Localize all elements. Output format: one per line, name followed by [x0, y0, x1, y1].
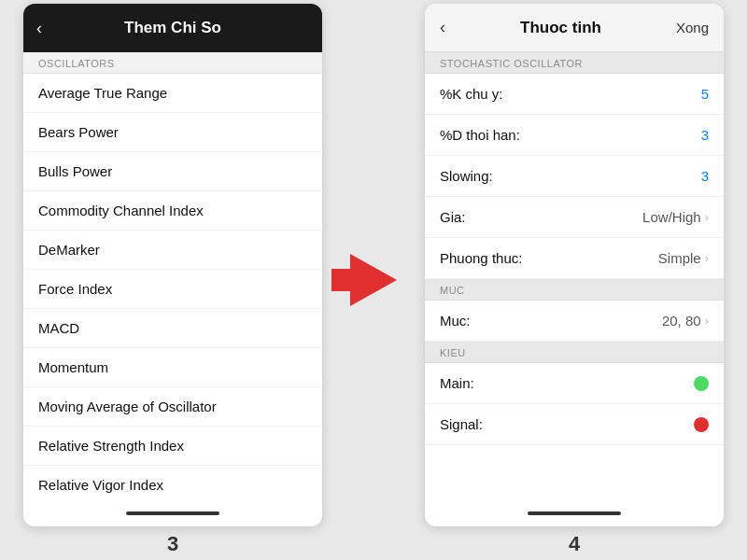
d-period-row[interactable]: %D thoi han: 3 [425, 115, 724, 156]
chevron-icon: › [705, 210, 709, 224]
slowing-label: Slowing: [440, 168, 493, 184]
list-item[interactable]: Moving Average of Oscillator [23, 387, 322, 427]
left-panel: ‹ Them Chi So OSCILLATORS Average True R… [23, 4, 322, 526]
list-item[interactable]: DeMarker [23, 231, 322, 270]
left-header: ‹ Them Chi So [23, 4, 322, 52]
chevron-icon: › [705, 314, 709, 328]
left-footer [23, 504, 322, 526]
phuong-thuc-row[interactable]: Phuong thuc: Simple › [425, 238, 724, 279]
chevron-icon: › [705, 251, 709, 265]
signal-row[interactable]: Signal: [425, 404, 724, 445]
k-period-label: %K chu y: [440, 86, 503, 102]
page-number-4: 4 [569, 532, 580, 556]
slowing-value: 3 [701, 168, 709, 184]
gia-row[interactable]: Gia: Low/High › [425, 197, 724, 238]
d-period-value: 3 [701, 127, 709, 143]
list-item[interactable]: MACD [23, 309, 322, 348]
main-label: Main: [440, 375, 474, 391]
oscillators-label: OSCILLATORS [23, 52, 322, 74]
right-back-button[interactable]: ‹ [440, 18, 445, 37]
left-panel-title: Them Chi So [124, 19, 221, 37]
list-item[interactable]: Momentum [23, 348, 322, 387]
slowing-row[interactable]: Slowing: 3 [425, 156, 724, 197]
list-item[interactable]: Bears Power [23, 113, 322, 152]
phuong-thuc-value: Simple › [658, 250, 709, 266]
main-color-dot [694, 376, 709, 391]
muc-row[interactable]: Muc: 20, 80 › [425, 301, 724, 342]
right-header: ‹ Thuoc tinh Xong [425, 4, 724, 52]
list-item[interactable]: Force Index [23, 270, 322, 309]
right-footer [425, 504, 724, 526]
home-bar [126, 511, 219, 515]
list-item[interactable]: Relative Strength Index [23, 427, 322, 466]
right-arrow-icon [350, 254, 397, 306]
list-item[interactable]: Commodity Channel Index [23, 191, 322, 231]
phuong-thuc-label: Phuong thuc: [440, 250, 522, 266]
right-panel-title: Thuoc tinh [520, 19, 601, 37]
signal-label: Signal: [440, 416, 483, 432]
page-number-3: 3 [167, 532, 178, 556]
muc-row-value: 20, 80 › [662, 313, 709, 329]
signal-color-dot [694, 417, 709, 432]
kieu-label: KIEU [425, 342, 724, 363]
left-list-area: OSCILLATORS Average True Range Bears Pow… [23, 52, 322, 504]
gia-label: Gia: [440, 209, 466, 225]
stochastic-label: STOCHASTIC OSCILLATOR [425, 52, 724, 74]
arrow-container [350, 254, 397, 306]
left-back-button[interactable]: ‹ [36, 19, 42, 38]
k-period-value: 5 [701, 86, 709, 102]
done-button[interactable]: Xong [676, 20, 709, 35]
gia-value: Low/High › [642, 209, 709, 225]
list-item[interactable]: Relative Vigor Index [23, 466, 322, 504]
d-period-label: %D thoi han: [440, 127, 520, 143]
k-period-row[interactable]: %K chu y: 5 [425, 74, 724, 115]
muc-row-label: Muc: [440, 313, 471, 329]
muc-label: MUC [425, 279, 724, 301]
list-item[interactable]: Bulls Power [23, 152, 322, 191]
main-row[interactable]: Main: [425, 363, 724, 404]
right-panel: ‹ Thuoc tinh Xong STOCHASTIC OSCILLATOR … [425, 4, 724, 526]
list-item[interactable]: Average True Range [23, 74, 322, 113]
home-bar-right [528, 511, 621, 515]
